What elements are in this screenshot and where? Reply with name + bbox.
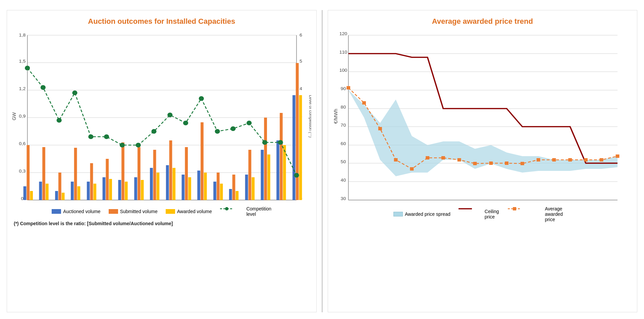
svg-text:Level of competition (**): Level of competition (**) xyxy=(308,95,311,137)
svg-text:Feb: Feb xyxy=(519,203,526,203)
svg-rect-98 xyxy=(264,118,267,200)
legend-spread-color xyxy=(393,212,403,216)
legend-submitted: Submitted volume xyxy=(109,206,158,217)
svg-rect-191 xyxy=(584,158,587,162)
svg-rect-105 xyxy=(299,95,302,200)
svg-rect-70 xyxy=(118,180,121,200)
main-container: Auction outcomes for Installed Capacitie… xyxy=(0,0,644,319)
svg-text:Nov: Nov xyxy=(135,203,142,203)
legend-competition-label: Competition level xyxy=(246,206,271,217)
svg-text:Mar: Mar xyxy=(151,203,158,203)
svg-text:80: 80 xyxy=(340,105,346,110)
svg-rect-53 xyxy=(26,145,30,200)
svg-text:Dec: Dec xyxy=(40,203,47,203)
svg-text:4: 4 xyxy=(300,86,302,91)
svg-rect-179 xyxy=(394,158,397,162)
svg-text:Mar: Mar xyxy=(582,203,589,203)
legend-submitted-color xyxy=(109,209,118,214)
svg-rect-181 xyxy=(426,156,429,160)
svg-text:1,8: 1,8 xyxy=(19,33,26,38)
svg-rect-73 xyxy=(134,177,137,200)
svg-rect-62 xyxy=(74,148,77,200)
svg-rect-88 xyxy=(213,182,216,200)
legend-auctioned-color xyxy=(52,209,61,214)
svg-text:Feb: Feb xyxy=(198,203,205,203)
svg-rect-74 xyxy=(138,147,141,200)
svg-rect-76 xyxy=(150,168,153,200)
svg-rect-72 xyxy=(125,182,128,200)
svg-text:Aug: Aug xyxy=(56,203,63,203)
svg-rect-100 xyxy=(276,140,279,200)
svg-rect-185 xyxy=(489,162,493,165)
svg-text:120: 120 xyxy=(339,31,347,36)
right-chart-area: 30 40 50 60 70 80 90 100 110 120 €/MWh xyxy=(333,29,632,203)
svg-text:30: 30 xyxy=(340,196,346,201)
svg-text:Dec: Dec xyxy=(261,203,269,203)
svg-rect-65 xyxy=(90,163,93,200)
svg-text:40: 40 xyxy=(340,178,346,183)
svg-text:100: 100 xyxy=(339,68,347,73)
svg-rect-67 xyxy=(103,177,106,200)
svg-rect-101 xyxy=(280,113,283,200)
svg-rect-96 xyxy=(252,177,255,200)
svg-point-115 xyxy=(167,113,172,117)
left-chart-area: 0 0,3 0,6 0,9 1,2 1,5 1,8 GW 0 1 2 3 4 5… xyxy=(12,29,311,203)
svg-rect-103 xyxy=(292,95,296,200)
svg-text:Apr: Apr xyxy=(535,203,541,203)
svg-text:GW: GW xyxy=(12,112,17,120)
legend-auctioned: Auctioned volume xyxy=(52,206,100,217)
svg-rect-102 xyxy=(283,145,286,200)
svg-text:Apr: Apr xyxy=(345,203,352,203)
legend-awarded-label: Awarded volume xyxy=(177,209,212,214)
legend-ceiling-label: Ceiling price xyxy=(485,209,500,219)
svg-rect-63 xyxy=(77,186,80,200)
svg-text:1,2: 1,2 xyxy=(19,86,26,91)
svg-rect-59 xyxy=(58,173,61,200)
svg-text:60: 60 xyxy=(340,141,346,146)
svg-rect-57 xyxy=(46,184,49,200)
svg-point-107 xyxy=(41,85,46,90)
legend-ceiling-icon xyxy=(459,206,483,222)
svg-rect-52 xyxy=(23,186,26,200)
svg-rect-192 xyxy=(599,158,603,162)
svg-text:110: 110 xyxy=(339,50,347,55)
svg-rect-97 xyxy=(261,150,264,200)
svg-text:Jun: Jun xyxy=(277,203,284,203)
svg-rect-90 xyxy=(220,184,223,200)
right-chart-title: Average awarded price trend xyxy=(333,17,632,26)
svg-rect-68 xyxy=(106,159,109,200)
svg-rect-58 xyxy=(55,191,58,200)
svg-rect-78 xyxy=(157,173,160,200)
svg-rect-84 xyxy=(188,177,191,200)
svg-point-123 xyxy=(294,173,299,178)
left-chart-legend: Auctioned volume Submitted volume Awarde… xyxy=(12,206,311,217)
svg-rect-55 xyxy=(39,182,42,200)
svg-text:Mar: Mar xyxy=(471,203,478,203)
svg-rect-189 xyxy=(552,158,556,162)
legend-awarded: Awarded volume xyxy=(166,206,212,217)
svg-text:50: 50 xyxy=(340,160,346,164)
svg-text:Jun: Jun xyxy=(88,203,94,203)
svg-rect-184 xyxy=(473,162,477,165)
svg-rect-182 xyxy=(441,156,445,160)
legend-spread-label: Awarded price spread xyxy=(405,211,450,217)
svg-text:Jul: Jul xyxy=(551,203,556,203)
svg-rect-95 xyxy=(249,150,252,200)
svg-rect-92 xyxy=(232,175,235,200)
svg-rect-75 xyxy=(141,180,144,200)
svg-rect-77 xyxy=(153,150,156,200)
svg-point-118 xyxy=(215,129,220,134)
svg-text:1,5: 1,5 xyxy=(19,59,26,64)
legend-avg-icon xyxy=(508,206,543,222)
legend-competition-icon xyxy=(220,206,245,217)
svg-rect-86 xyxy=(201,122,204,200)
svg-point-122 xyxy=(278,140,283,145)
right-chart-legend: Awarded price spread Ceiling price Avera… xyxy=(333,206,632,222)
svg-point-112 xyxy=(120,143,125,147)
svg-point-109 xyxy=(72,90,77,95)
svg-rect-180 xyxy=(410,167,414,171)
svg-rect-190 xyxy=(568,158,572,162)
legend-avg-price: Average awarded price xyxy=(508,206,572,222)
svg-text:Feb: Feb xyxy=(103,203,110,203)
svg-text:Aug: Aug xyxy=(376,203,383,203)
